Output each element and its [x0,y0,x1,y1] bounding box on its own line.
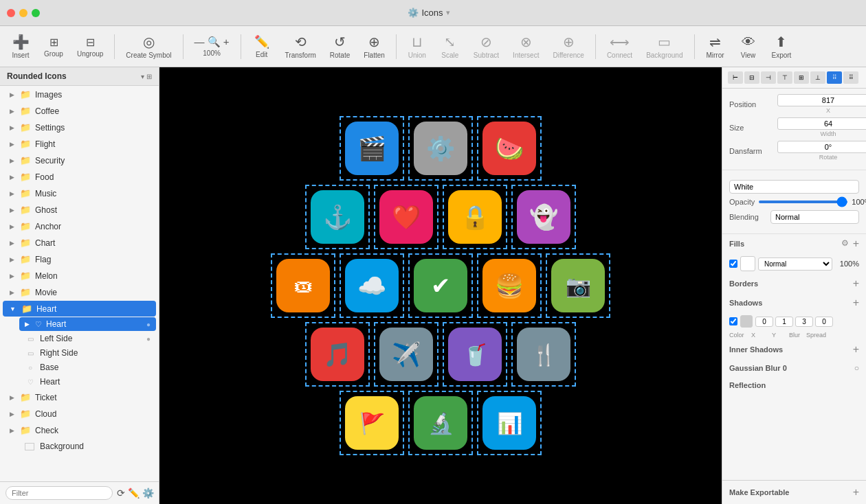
icon-cell-anchor[interactable]: ⚓ [307,186,368,248]
icon-cell-burger[interactable]: 🍔 [478,255,540,317]
shadow-x-input[interactable] [755,317,773,327]
align-bottom-button[interactable]: ⊥ [810,71,825,84]
fill-blend-dropdown[interactable]: Normal [758,257,832,271]
sidebar-header[interactable]: Rounded Icons ▾ ⊞ [0,67,159,86]
icon-cell-cloud[interactable]: ☁️ [341,255,403,317]
fills-add-button[interactable]: + [853,238,859,249]
shadow-blur-input[interactable] [795,317,813,327]
fill-swatch[interactable] [740,256,755,271]
sidebar-item-anchor[interactable]: ▶ 📁 Anchor [3,218,156,234]
icon-cell-flag[interactable]: 🚩 [341,392,403,454]
sidebar-item-base[interactable]: ○ Base [19,360,156,374]
fill-checkbox[interactable] [729,260,737,268]
canvas[interactable]: 🎬 ⚙️ 🍉 ⚓ [159,67,722,504]
icon-cell-flight[interactable]: ✈️ [375,323,437,385]
icon-cell-music[interactable]: 🎵 [307,323,368,385]
sidebar-item-images[interactable]: ▶ 📁 Images [3,87,156,102]
close-button[interactable] [7,9,15,17]
toolbar-ungroup[interactable]: ⊟ Ungroup [71,33,109,60]
toolbar-flatten[interactable]: ⊕ Flatten [358,31,390,62]
align-left-button[interactable]: ⊢ [728,71,743,84]
shadow-y-input[interactable] [775,317,793,327]
opacity-slider[interactable] [759,201,847,203]
sidebar-item-right-side[interactable]: ▭ Right Side [19,346,156,360]
toolbar-union[interactable]: ⊔ Union [402,31,432,62]
toolbar-group[interactable]: ⊞ Group [38,33,69,60]
toolbar-intersect[interactable]: ⊗ Intersect [507,31,544,62]
borders-add-button[interactable]: + [853,278,859,289]
blending-dropdown[interactable]: Normal [770,210,859,224]
sidebar-item-check[interactable]: ▶ 📁 Check [3,422,156,438]
sidebar-item-heart-icon[interactable]: ▶ ♡ Heart ● [19,317,156,331]
rotate-input[interactable] [777,141,866,153]
sidebar-collapse-button[interactable]: ▾ ⊞ [141,73,152,80]
window-controls[interactable] [7,9,40,17]
sidebar-item-settings[interactable]: ▶ 📁 Settings [3,119,156,135]
shadow-spread-input[interactable] [815,317,833,327]
sidebar-item-background[interactable]: Background [3,439,156,454]
align-top-button[interactable]: ⊤ [777,71,792,84]
shadow-checkbox[interactable] [729,317,737,325]
maximize-button[interactable] [32,9,40,17]
toolbar-connect[interactable]: ⟷ Connect [601,31,638,62]
sidebar-item-flag[interactable]: ▶ 📁 Flag [3,251,156,267]
sidebar-item-security[interactable]: ▶ 📁 Security [3,152,156,168]
toolbar-insert[interactable]: ➕ Insert [5,31,36,62]
sync-icon[interactable]: ⟳ [117,488,125,499]
shadows-add-button[interactable]: + [853,297,859,308]
sidebar-item-coffee[interactable]: ▶ 📁 Coffee [3,103,156,119]
icon-cell-science[interactable]: 🔬 [410,392,471,454]
toolbar-transform[interactable]: ⟲ Transform [280,31,322,62]
sidebar-search-input[interactable] [5,486,113,500]
icon-cell-camera[interactable]: 📷 [547,255,609,317]
sidebar-item-melon[interactable]: ▶ 📁 Melon [3,268,156,284]
toolbar-view[interactable]: 👁 View [733,32,764,62]
position-x-input[interactable] [777,94,866,106]
pencil-icon[interactable]: ✏️ [128,488,140,499]
toolbar-background[interactable]: ▭ Background [641,31,688,62]
shadow-color-swatch[interactable] [740,315,753,328]
toolbar-mirror[interactable]: ⇌ Mirror [700,31,731,62]
icon-cell-ticket[interactable]: 🎟 [272,255,334,317]
sidebar-item-music[interactable]: ▶ 📁 Music [3,185,156,201]
icon-cell-check[interactable]: ✔ [410,255,471,317]
sidebar-item-ticket[interactable]: ▶ 📁 Ticket [3,389,156,405]
fills-settings-icon[interactable]: ⚙ [841,238,849,249]
icon-cell-chart[interactable]: 📊 [478,392,540,454]
align-right-button[interactable]: ⊣ [761,71,776,84]
icon-cell-security[interactable]: 🔒 [444,186,506,248]
toolbar-create-symbol[interactable]: ◎ Create Symbol [120,31,177,62]
toolbar-zoom[interactable]: — 🔍 + 100% [189,33,235,60]
distribute-h-button[interactable]: ⠿ [827,71,842,84]
sidebar-item-heart-shape[interactable]: ♡ Heart [19,375,156,389]
settings-icon[interactable]: ⚙️ [142,488,154,499]
icon-cell-coffee[interactable]: 🥤 [444,323,506,385]
align-center-h-button[interactable]: ⊟ [744,71,759,84]
minimize-button[interactable] [19,9,27,17]
toolbar-difference[interactable]: ⊕ Difference [547,31,589,62]
icon-cell-settings[interactable]: ⚙️ [410,117,471,179]
sidebar-item-chart[interactable]: ▶ 📁 Chart [3,235,156,251]
size-w-input[interactable] [777,117,866,130]
icon-cell-ghost[interactable]: 👻 [513,186,575,248]
align-center-v-button[interactable]: ⊞ [794,71,809,84]
toolbar-export[interactable]: ⬆ Export [766,31,797,62]
make-exportable-add-button[interactable]: + [853,486,859,499]
sidebar-item-heart[interactable]: ▼ 📁 Heart [3,301,156,317]
icon-cell-utensils[interactable]: 🍴 [513,323,575,385]
icon-cell-movie[interactable]: 🎬 [341,117,403,179]
icon-cell-heart[interactable]: ❤️ [375,186,437,248]
inner-shadows-add-button[interactable]: + [853,344,859,355]
icon-cell-melon[interactable]: 🍉 [478,117,540,179]
sidebar-item-ghost[interactable]: ▶ 📁 Ghost [3,202,156,218]
toolbar-rotate[interactable]: ↺ Rotate [324,31,355,62]
distribute-v-button[interactable]: ⠿ [843,71,858,84]
sidebar-item-left-side[interactable]: ▭ Left Side ● [19,332,156,345]
sidebar-item-movie[interactable]: ▶ 📁 Movie [3,284,156,300]
sidebar-item-cloud[interactable]: ▶ 📁 Cloud [3,406,156,422]
gaussian-blur-icon[interactable]: ○ [854,363,859,373]
toolbar-edit[interactable]: ✏️ Edit [247,32,277,61]
sidebar-item-food[interactable]: ▶ 📁 Food [3,169,156,185]
toolbar-scale[interactable]: ⤡ Scale [435,31,465,62]
toolbar-subtract[interactable]: ⊘ Subtract [468,31,504,62]
